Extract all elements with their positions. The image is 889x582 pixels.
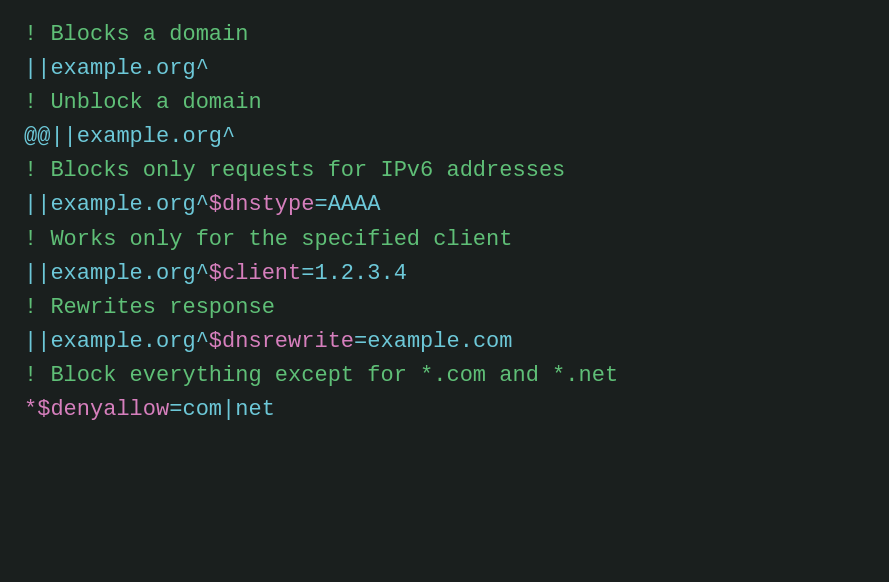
code-token-param-name: $dnstype xyxy=(209,188,315,222)
code-token-pipes: || xyxy=(24,52,50,86)
code-line: ! Blocks a domain xyxy=(24,18,865,52)
code-line: ||example.org^$dnstype=AAAA xyxy=(24,188,865,222)
code-token-pipes: || xyxy=(24,325,50,359)
code-line: ! Block everything except for *.com and … xyxy=(24,359,865,393)
code-token-comment: ! Rewrites response xyxy=(24,291,275,325)
code-line: ||example.org^ xyxy=(24,52,865,86)
code-token-param-value: 1.2.3.4 xyxy=(314,257,406,291)
code-line: ||example.org^$client=1.2.3.4 xyxy=(24,257,865,291)
code-token-pipes: || xyxy=(24,188,50,222)
code-token-domain: example.org^ xyxy=(50,325,208,359)
code-token-param-name: $dnsrewrite xyxy=(209,325,354,359)
code-line: ! Works only for the specified client xyxy=(24,223,865,257)
code-token-domain: example.org^ xyxy=(50,52,208,86)
code-token-domain: = xyxy=(169,393,182,427)
code-line: ! Unblock a domain xyxy=(24,86,865,120)
code-token-param-value: com|net xyxy=(182,393,274,427)
code-token-comment: ! Blocks a domain xyxy=(24,18,248,52)
code-token-comment: ! Unblock a domain xyxy=(24,86,262,120)
code-token-pipes: || xyxy=(24,257,50,291)
code-token-param-value: example.com xyxy=(367,325,512,359)
code-token-param-name: $client xyxy=(209,257,301,291)
code-token-at-at: @@|| xyxy=(24,120,77,154)
code-token-domain: example.org^ xyxy=(77,120,235,154)
code-line: ||example.org^$dnsrewrite=example.com xyxy=(24,325,865,359)
code-token-param-value: AAAA xyxy=(328,188,381,222)
code-line: @@||example.org^ xyxy=(24,120,865,154)
code-token-domain: example.org^ xyxy=(50,188,208,222)
code-block: ! Blocks a domain||example.org^! Unblock… xyxy=(24,18,865,427)
code-token-comment: ! Block everything except for *.com and … xyxy=(24,359,618,393)
code-token-comment: ! Works only for the specified client xyxy=(24,223,512,257)
code-line: *$denyallow=com|net xyxy=(24,393,865,427)
code-token-domain: = xyxy=(354,325,367,359)
code-token-domain: = xyxy=(314,188,327,222)
code-token-asterisk: * xyxy=(24,393,37,427)
code-token-param-name: $denyallow xyxy=(37,393,169,427)
code-token-domain: example.org^ xyxy=(50,257,208,291)
code-line: ! Rewrites response xyxy=(24,291,865,325)
code-token-comment: ! Blocks only requests for IPv6 addresse… xyxy=(24,154,565,188)
code-token-domain: = xyxy=(301,257,314,291)
code-line: ! Blocks only requests for IPv6 addresse… xyxy=(24,154,865,188)
